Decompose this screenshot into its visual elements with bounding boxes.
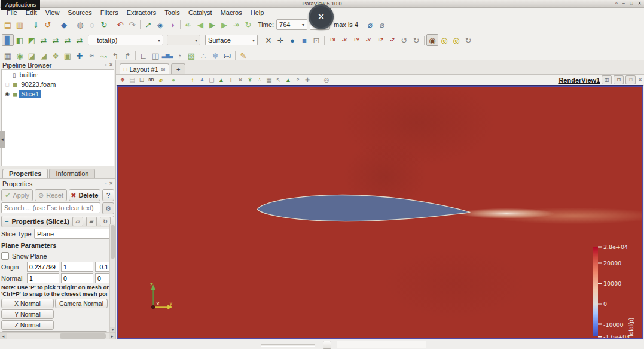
load-state-icon[interactable]: ↺	[42, 19, 54, 31]
save-state-icon[interactable]: ⇓	[30, 19, 42, 31]
loop-icon[interactable]: ↻	[242, 19, 254, 31]
select-polygon-icon[interactable]: ▲	[216, 75, 226, 84]
properties-vertical-scrollbar[interactable]: ▾	[109, 224, 115, 332]
z-normal-button[interactable]: Z Normal	[1, 320, 54, 330]
toolbar-separator[interactable]	[235, 51, 236, 60]
pipeline-item-label[interactable]: Slice1	[19, 90, 41, 98]
contour-icon[interactable]: ◉	[14, 50, 26, 62]
tooltip-select-points-icon[interactable]: ?	[293, 75, 303, 84]
maximize-view-button[interactable]: □	[625, 75, 636, 84]
set-view-plus-z-icon[interactable]: +Z	[374, 34, 386, 46]
help-button[interactable]: ?	[102, 189, 114, 201]
toolbar-separator[interactable]	[167, 77, 167, 83]
zoom-to-data-time-icon[interactable]: ⌀	[364, 19, 376, 31]
previous-frame-icon[interactable]: ◀	[194, 19, 206, 31]
last-frame-icon[interactable]: ↠	[230, 19, 242, 31]
menu-item[interactable]: Tools	[160, 9, 184, 16]
interaction-mode-icon[interactable]: ◉	[426, 34, 438, 46]
warp-by-vector-icon[interactable]: ↝	[97, 50, 109, 62]
add-camera-link-icon[interactable]: ⌀	[376, 19, 388, 31]
show-plane-checkbox[interactable]	[1, 252, 9, 260]
paste-properties-icon[interactable]: ▰	[86, 217, 97, 226]
shrink-selection-icon[interactable]: −	[178, 75, 188, 84]
screen-recorder-stop-button[interactable]: ✕	[309, 4, 334, 29]
extract-selection-icon[interactable]: ▧	[185, 50, 197, 62]
keep-above-button[interactable]: ^	[615, 1, 618, 6]
redo-icon[interactable]: ↷	[126, 19, 138, 31]
calculator-icon[interactable]: ▦	[2, 50, 14, 62]
interactive-select-points-icon[interactable]: ✳	[245, 75, 255, 84]
color-array-combo[interactable]: – total(p) ▾	[88, 35, 163, 45]
rescale-to-custom-range-icon[interactable]: ⇄	[50, 34, 62, 46]
normal-y-field[interactable]	[61, 273, 93, 283]
rubber-band-select-icon[interactable]: ▢	[207, 75, 216, 84]
camera-normal-button[interactable]: Camera Normal	[55, 299, 108, 308]
color-legend-bar[interactable]	[593, 247, 598, 336]
python-calculator-icon[interactable]: ∴	[197, 50, 209, 62]
select-cells-through-icon[interactable]: ↑	[188, 75, 197, 84]
tab-information[interactable]: Information	[49, 169, 95, 178]
open-file-icon[interactable]: ▤	[2, 19, 14, 31]
float-panel-icon[interactable]: ▫	[105, 62, 106, 68]
probe-location-icon[interactable]: ◔	[173, 50, 185, 62]
selection-pointer-icon[interactable]: ↖	[274, 75, 283, 84]
origin-y-field[interactable]	[61, 262, 93, 272]
component-combo[interactable]: ▾	[167, 35, 200, 45]
x-normal-button[interactable]: X Normal	[1, 299, 54, 308]
rotate-90-ccw-icon[interactable]: ↺	[398, 34, 410, 46]
apply-changes-icon[interactable]: ↗	[142, 19, 154, 31]
properties-group-header[interactable]: − Properties (Slice1) ▱ ▰ ↻	[1, 216, 114, 227]
set-view-minus-y-icon[interactable]: -Y	[362, 34, 374, 46]
apply-button[interactable]: ✔ Apply	[1, 189, 33, 201]
pipeline-item-label[interactable]: builtin:	[18, 71, 41, 78]
menu-item[interactable]: Extractors	[123, 9, 161, 16]
set-view-minus-z-icon[interactable]: -Z	[386, 34, 398, 46]
toggle-color-legend-icon[interactable]: ▊	[2, 34, 14, 46]
toolbar-separator[interactable]	[28, 20, 28, 29]
tab-properties[interactable]: Properties	[2, 169, 48, 178]
auto-apply-icon[interactable]: ◆	[58, 19, 70, 31]
disconnect-icon[interactable]: ◌	[86, 19, 98, 31]
toolbar-separator[interactable]	[135, 51, 136, 60]
rescale-to-temporal-range-icon[interactable]: ⇄	[62, 34, 74, 46]
camera-undo-icon[interactable]: ▤	[127, 75, 137, 84]
toggle-2d3d-icon[interactable]: 3D	[146, 75, 156, 84]
capture-screenshot-icon[interactable]: ⊡	[137, 75, 146, 84]
reset-camera-closest-icon[interactable]: ●	[286, 34, 298, 46]
edit-view-options-icon[interactable]: ❖	[118, 75, 127, 84]
histogram-icon[interactable]: ▂▅▃	[161, 50, 173, 62]
threshold-icon[interactable]: ❖	[50, 50, 62, 62]
select-cells-on-surface-icon[interactable]: ●	[169, 75, 178, 84]
toolbar-separator[interactable]	[324, 36, 325, 45]
use-separate-color-map-icon[interactable]: ◩	[26, 34, 38, 46]
menu-item[interactable]: View	[41, 9, 64, 16]
visibility-eye-icon[interactable]: ◻	[4, 81, 11, 87]
add-layout-tab-button[interactable]: +	[171, 63, 185, 74]
hover-cells-icon[interactable]: ∴	[255, 75, 264, 84]
reset-session-icon[interactable]: ↻	[98, 19, 110, 31]
python-view-icon[interactable]: ❄	[209, 50, 221, 62]
rescale-to-visible-range-icon[interactable]: ⇄	[74, 34, 86, 46]
zoom-to-box-icon[interactable]: ⌀	[156, 75, 166, 84]
plot-over-line-icon[interactable]: ∟	[138, 50, 149, 62]
split-vertical-button[interactable]: ⊟	[614, 75, 624, 84]
menu-item[interactable]: Catalyst	[184, 9, 216, 16]
split-horizontal-button[interactable]: ◫	[602, 75, 612, 84]
scrollbar-thumb[interactable]	[60, 333, 106, 339]
render-view-title[interactable]: RenderView1	[558, 77, 600, 84]
programmable-filter-icon[interactable]: {...}	[221, 50, 233, 62]
copy-properties-icon[interactable]: ▱	[72, 217, 83, 226]
set-view-plus-y-icon[interactable]: +Y	[350, 34, 362, 46]
close-panel-icon[interactable]: ✕	[109, 62, 113, 68]
toolbar-separator[interactable]	[424, 36, 425, 45]
close-button[interactable]: ✕	[637, 1, 642, 6]
maximize-button[interactable]: □	[630, 1, 633, 6]
extract-subset-icon[interactable]: ▣	[62, 50, 74, 62]
menu-item[interactable]: File	[2, 9, 22, 16]
grow-selection-icon[interactable]: ✚	[303, 75, 312, 84]
float-panel-icon[interactable]: ▫	[105, 181, 106, 186]
select-labels-icon[interactable]: A	[197, 75, 207, 84]
find-data-icon[interactable]: ◈	[154, 19, 166, 31]
slice-type-combo[interactable]: Plane	[34, 229, 114, 239]
color-map-editor-icon[interactable]: ◑	[166, 19, 178, 31]
